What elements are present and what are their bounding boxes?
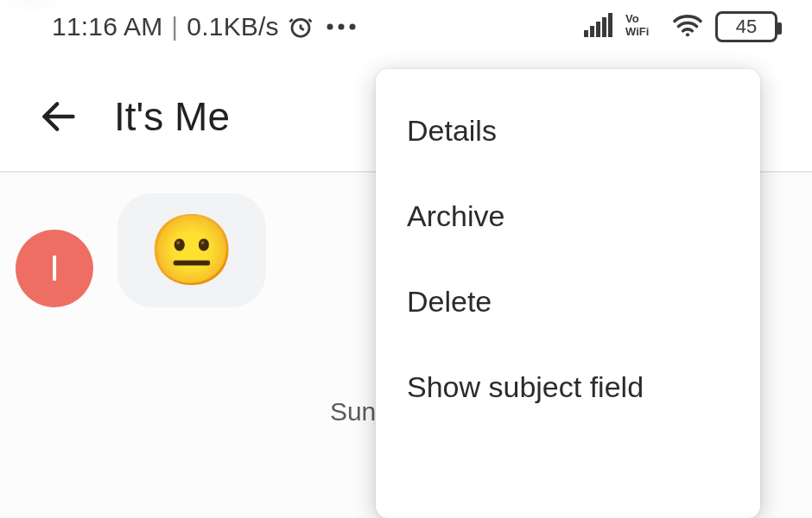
svg-rect-5 (590, 26, 594, 37)
svg-point-2 (338, 24, 344, 30)
battery-percent: 45 (736, 16, 757, 38)
menu-item-delete[interactable]: Delete (376, 259, 760, 344)
conversation-title[interactable]: It's Me (114, 93, 230, 140)
alarm-icon (288, 14, 314, 40)
wifi-icon (672, 13, 703, 41)
avatar-initial: I (49, 248, 60, 289)
contact-avatar[interactable]: I (16, 230, 93, 307)
more-notifications-icon (326, 22, 357, 31)
menu-item-archive[interactable]: Archive (376, 174, 760, 259)
message-bubble[interactable]: 😐 (117, 193, 266, 307)
overflow-menu: Details Archive Delete Show subject fiel… (376, 69, 760, 518)
menu-item-show-subject[interactable]: Show subject field (376, 344, 760, 430)
back-button[interactable] (35, 92, 83, 141)
svg-text:Vo: Vo (625, 12, 639, 25)
svg-rect-4 (584, 30, 588, 37)
status-right: Vo WiFi 45 (584, 11, 777, 42)
svg-point-11 (686, 33, 689, 36)
status-separator: | (171, 12, 178, 41)
status-time: 11:16 AM (52, 12, 162, 41)
neutral-face-emoji: 😐 (149, 216, 235, 285)
vowifi-icon: Vo WiFi (625, 12, 660, 41)
status-bar: 11:16 AM | 0.1KB/s (0, 0, 812, 54)
status-left: 11:16 AM | 0.1KB/s (52, 12, 357, 41)
svg-point-1 (327, 24, 333, 30)
message-row: I 😐 (16, 193, 266, 307)
battery-indicator: 45 (715, 11, 777, 42)
status-data-rate: 0.1KB/s (187, 12, 278, 41)
svg-point-3 (349, 24, 355, 30)
svg-text:WiFi: WiFi (625, 25, 649, 38)
menu-item-details[interactable]: Details (376, 88, 760, 174)
svg-rect-8 (608, 13, 612, 37)
svg-rect-6 (596, 22, 600, 37)
signal-icon (584, 13, 613, 41)
arrow-left-icon (40, 98, 78, 136)
svg-rect-7 (602, 17, 606, 37)
